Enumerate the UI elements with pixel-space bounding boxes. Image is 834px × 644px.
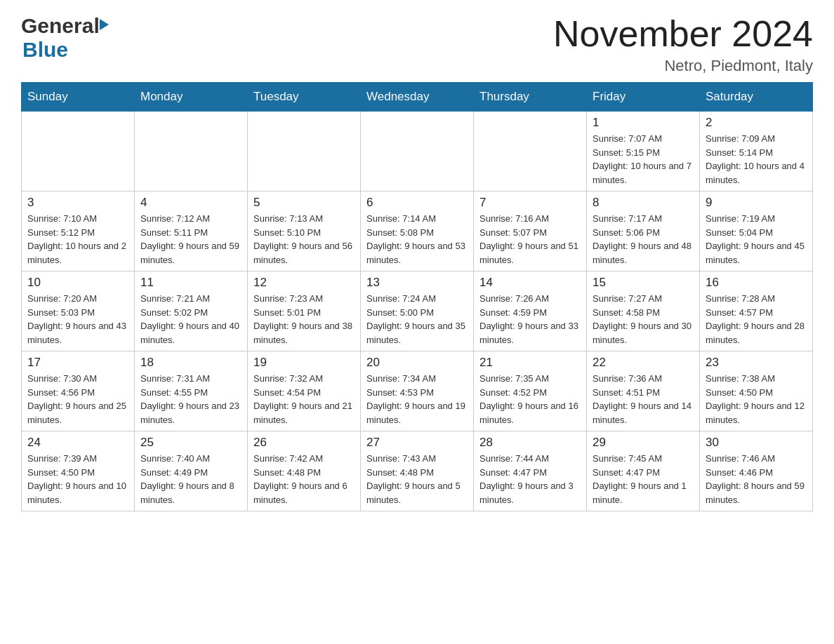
- weekday-header-friday: Friday: [587, 83, 700, 112]
- day-info: Sunrise: 7:43 AMSunset: 4:48 PMDaylight:…: [366, 452, 468, 507]
- calendar-cell: 21Sunrise: 7:35 AMSunset: 4:52 PMDayligh…: [474, 351, 587, 431]
- location-text: Netro, Piedmont, Italy: [553, 57, 813, 75]
- day-number: 8: [593, 196, 694, 210]
- calendar-cell: [361, 112, 474, 192]
- day-number: 28: [479, 436, 581, 450]
- day-number: 22: [593, 356, 694, 370]
- calendar-week-row: 3Sunrise: 7:10 AMSunset: 5:12 PMDaylight…: [22, 192, 813, 271]
- day-number: 5: [253, 196, 355, 210]
- calendar-cell: 6Sunrise: 7:14 AMSunset: 5:08 PMDaylight…: [361, 192, 474, 271]
- day-number: 2: [706, 116, 807, 130]
- day-info: Sunrise: 7:23 AMSunset: 5:01 PMDaylight:…: [253, 292, 355, 347]
- day-number: 21: [479, 356, 581, 370]
- day-info: Sunrise: 7:39 AMSunset: 4:50 PMDaylight:…: [27, 452, 128, 507]
- day-number: 14: [479, 276, 581, 290]
- calendar-cell: [135, 112, 248, 192]
- day-number: 9: [706, 196, 807, 210]
- calendar-cell: 3Sunrise: 7:10 AMSunset: 5:12 PMDaylight…: [22, 192, 135, 271]
- day-info: Sunrise: 7:34 AMSunset: 4:53 PMDaylight:…: [366, 372, 468, 427]
- calendar-cell: 18Sunrise: 7:31 AMSunset: 4:55 PMDayligh…: [135, 351, 248, 431]
- calendar-cell: 10Sunrise: 7:20 AMSunset: 5:03 PMDayligh…: [22, 271, 135, 351]
- title-section: November 2024 Netro, Piedmont, Italy: [553, 14, 813, 75]
- calendar-cell: 7Sunrise: 7:16 AMSunset: 5:07 PMDaylight…: [474, 192, 587, 271]
- day-info: Sunrise: 7:07 AMSunset: 5:15 PMDaylight:…: [593, 132, 694, 187]
- day-info: Sunrise: 7:14 AMSunset: 5:08 PMDaylight:…: [366, 212, 468, 267]
- logo-blue-text: Blue: [22, 38, 68, 62]
- calendar-cell: [474, 112, 587, 192]
- calendar-week-row: 10Sunrise: 7:20 AMSunset: 5:03 PMDayligh…: [22, 271, 813, 351]
- calendar-cell: [22, 112, 135, 192]
- day-number: 7: [479, 196, 581, 210]
- day-info: Sunrise: 7:30 AMSunset: 4:56 PMDaylight:…: [27, 372, 128, 427]
- day-info: Sunrise: 7:42 AMSunset: 4:48 PMDaylight:…: [253, 452, 355, 507]
- month-title: November 2024: [553, 14, 813, 54]
- calendar-cell: 9Sunrise: 7:19 AMSunset: 5:04 PMDaylight…: [700, 192, 813, 271]
- day-number: 1: [593, 116, 694, 130]
- calendar-cell: 15Sunrise: 7:27 AMSunset: 4:58 PMDayligh…: [587, 271, 700, 351]
- weekday-header-sunday: Sunday: [22, 83, 135, 112]
- day-number: 11: [140, 276, 241, 290]
- day-number: 16: [706, 276, 807, 290]
- day-info: Sunrise: 7:09 AMSunset: 5:14 PMDaylight:…: [706, 132, 807, 187]
- day-number: 19: [253, 356, 355, 370]
- calendar-cell: 14Sunrise: 7:26 AMSunset: 4:59 PMDayligh…: [474, 271, 587, 351]
- day-info: Sunrise: 7:44 AMSunset: 4:47 PMDaylight:…: [479, 452, 581, 507]
- weekday-header-tuesday: Tuesday: [248, 83, 361, 112]
- calendar-cell: 25Sunrise: 7:40 AMSunset: 4:49 PMDayligh…: [135, 431, 248, 511]
- day-number: 24: [27, 436, 128, 450]
- day-number: 20: [366, 356, 468, 370]
- calendar-cell: 22Sunrise: 7:36 AMSunset: 4:51 PMDayligh…: [587, 351, 700, 431]
- calendar-cell: 2Sunrise: 7:09 AMSunset: 5:14 PMDaylight…: [700, 112, 813, 192]
- day-number: 12: [253, 276, 355, 290]
- day-number: 13: [366, 276, 468, 290]
- day-info: Sunrise: 7:46 AMSunset: 4:46 PMDaylight:…: [706, 452, 807, 507]
- day-info: Sunrise: 7:35 AMSunset: 4:52 PMDaylight:…: [479, 372, 581, 427]
- calendar-cell: 11Sunrise: 7:21 AMSunset: 5:02 PMDayligh…: [135, 271, 248, 351]
- logo-general-text: General: [21, 14, 100, 38]
- calendar-cell: 19Sunrise: 7:32 AMSunset: 4:54 PMDayligh…: [248, 351, 361, 431]
- day-info: Sunrise: 7:19 AMSunset: 5:04 PMDaylight:…: [706, 212, 807, 267]
- calendar-cell: 27Sunrise: 7:43 AMSunset: 4:48 PMDayligh…: [361, 431, 474, 511]
- calendar-cell: [248, 112, 361, 192]
- day-info: Sunrise: 7:26 AMSunset: 4:59 PMDaylight:…: [479, 292, 581, 347]
- calendar-cell: 4Sunrise: 7:12 AMSunset: 5:11 PMDaylight…: [135, 192, 248, 271]
- day-info: Sunrise: 7:38 AMSunset: 4:50 PMDaylight:…: [706, 372, 807, 427]
- day-info: Sunrise: 7:16 AMSunset: 5:07 PMDaylight:…: [479, 212, 581, 267]
- day-info: Sunrise: 7:20 AMSunset: 5:03 PMDaylight:…: [27, 292, 128, 347]
- day-info: Sunrise: 7:21 AMSunset: 5:02 PMDaylight:…: [140, 292, 241, 347]
- day-number: 3: [27, 196, 128, 210]
- calendar-cell: 17Sunrise: 7:30 AMSunset: 4:56 PMDayligh…: [22, 351, 135, 431]
- day-number: 30: [706, 436, 807, 450]
- day-info: Sunrise: 7:10 AMSunset: 5:12 PMDaylight:…: [27, 212, 128, 267]
- weekday-header-saturday: Saturday: [700, 83, 813, 112]
- day-info: Sunrise: 7:24 AMSunset: 5:00 PMDaylight:…: [366, 292, 468, 347]
- calendar-cell: 8Sunrise: 7:17 AMSunset: 5:06 PMDaylight…: [587, 192, 700, 271]
- calendar-cell: 30Sunrise: 7:46 AMSunset: 4:46 PMDayligh…: [700, 431, 813, 511]
- day-info: Sunrise: 7:27 AMSunset: 4:58 PMDaylight:…: [593, 292, 694, 347]
- calendar-cell: 23Sunrise: 7:38 AMSunset: 4:50 PMDayligh…: [700, 351, 813, 431]
- calendar-cell: 24Sunrise: 7:39 AMSunset: 4:50 PMDayligh…: [22, 431, 135, 511]
- day-info: Sunrise: 7:45 AMSunset: 4:47 PMDaylight:…: [593, 452, 694, 507]
- day-info: Sunrise: 7:12 AMSunset: 5:11 PMDaylight:…: [140, 212, 241, 267]
- calendar-cell: 28Sunrise: 7:44 AMSunset: 4:47 PMDayligh…: [474, 431, 587, 511]
- day-info: Sunrise: 7:36 AMSunset: 4:51 PMDaylight:…: [593, 372, 694, 427]
- calendar-week-row: 17Sunrise: 7:30 AMSunset: 4:56 PMDayligh…: [22, 351, 813, 431]
- day-number: 26: [253, 436, 355, 450]
- calendar-cell: 1Sunrise: 7:07 AMSunset: 5:15 PMDaylight…: [587, 112, 700, 192]
- day-number: 27: [366, 436, 468, 450]
- day-number: 25: [140, 436, 241, 450]
- day-number: 4: [140, 196, 241, 210]
- logo-arrow-icon: [100, 19, 109, 30]
- calendar-cell: 20Sunrise: 7:34 AMSunset: 4:53 PMDayligh…: [361, 351, 474, 431]
- day-info: Sunrise: 7:28 AMSunset: 4:57 PMDaylight:…: [706, 292, 807, 347]
- day-number: 23: [706, 356, 807, 370]
- day-info: Sunrise: 7:17 AMSunset: 5:06 PMDaylight:…: [593, 212, 694, 267]
- calendar-cell: 5Sunrise: 7:13 AMSunset: 5:10 PMDaylight…: [248, 192, 361, 271]
- day-number: 6: [366, 196, 468, 210]
- calendar-cell: 26Sunrise: 7:42 AMSunset: 4:48 PMDayligh…: [248, 431, 361, 511]
- day-number: 18: [140, 356, 241, 370]
- weekday-header-thursday: Thursday: [474, 83, 587, 112]
- day-info: Sunrise: 7:13 AMSunset: 5:10 PMDaylight:…: [253, 212, 355, 267]
- calendar-week-row: 1Sunrise: 7:07 AMSunset: 5:15 PMDaylight…: [22, 112, 813, 192]
- calendar-week-row: 24Sunrise: 7:39 AMSunset: 4:50 PMDayligh…: [22, 431, 813, 511]
